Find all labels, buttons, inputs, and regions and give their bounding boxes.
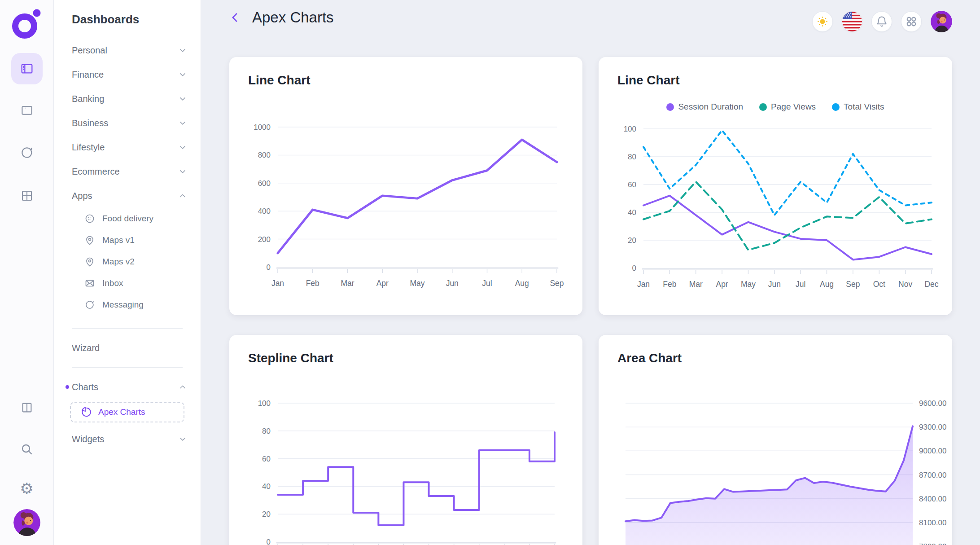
columns-icon [20, 401, 34, 414]
sidebar-item-wizard[interactable]: Wizard [54, 336, 201, 360]
back-button[interactable] [229, 11, 241, 24]
y-axis-label: 0 [632, 264, 636, 272]
page-header: Apex Charts [229, 9, 334, 26]
sidebar-item-ecommerce[interactable]: Ecommerce [54, 159, 201, 184]
x-axis-label: Jan [271, 279, 284, 288]
sidebar-item-finance[interactable]: Finance [54, 62, 201, 87]
sidebar-subitem-label: Maps v2 [102, 257, 135, 267]
sidebar-item-label: Lifestyle [72, 142, 105, 153]
sidebar-item-banking[interactable]: Banking [54, 87, 201, 111]
notifications-button[interactable] [871, 11, 892, 32]
x-axis-label: Aug [515, 279, 529, 288]
y-axis-label: 100 [258, 399, 271, 408]
legend-item-page-views[interactable]: Page Views [759, 102, 816, 112]
active-section-dot [66, 385, 69, 389]
avatar-illustration-icon [931, 11, 952, 32]
sidebar-item-personal[interactable]: Personal [54, 38, 201, 62]
chevron-down-icon [178, 167, 187, 176]
sun-icon [816, 15, 829, 28]
sidebar-subitem-apex-charts[interactable]: Apex Charts [70, 402, 184, 422]
chevron-left-icon [229, 11, 241, 24]
y-axis-label: 60 [628, 180, 636, 189]
legend-item-total-visits[interactable]: Total Visits [832, 102, 884, 112]
sidebar-subitem-inbox[interactable]: Inbox [54, 272, 201, 294]
sidebar-item-label: Business [72, 118, 108, 128]
four-circles-icon [905, 15, 918, 28]
x-axis-label: Mar [689, 280, 703, 289]
x-axis-label: Dec [924, 280, 938, 289]
x-axis-label: Sep [846, 280, 860, 289]
sidebar-layout-icon [20, 62, 34, 76]
legend-marker-icon [759, 103, 767, 111]
area-chart-canvas: 7800.008100.008400.008700.009000.009300.… [599, 335, 952, 545]
series-line-series-0 [278, 432, 555, 525]
sidebar-subitem-label: Food delivery [102, 214, 153, 224]
chevron-down-icon [178, 435, 187, 444]
x-axis-label: Apr [376, 279, 389, 288]
sidebar-subitem-maps-v1[interactable]: Maps v1 [54, 229, 201, 251]
chevron-down-icon [178, 119, 187, 127]
x-axis-label: Jun [446, 279, 459, 288]
legend-label: Page Views [771, 102, 816, 112]
chart-card-area: Area Chart 7800.008100.008400.008700.009… [599, 335, 952, 545]
apps-grid-button[interactable] [901, 11, 922, 32]
x-axis-label: Jan [637, 280, 650, 289]
rail-item-settings[interactable]: ⚙ [17, 479, 37, 498]
y-axis-label: 20 [628, 236, 636, 245]
rail-item-grid[interactable] [17, 186, 37, 206]
brand-logo[interactable] [10, 7, 44, 41]
y-axis-label: 80 [628, 153, 636, 161]
rail-item-search[interactable] [17, 440, 37, 459]
sidebar-item-label: Charts [72, 382, 98, 392]
theme-toggle-button[interactable] [812, 11, 833, 32]
rail-item-chat[interactable] [17, 143, 37, 163]
y-axis-label: 8400.00 [919, 495, 946, 503]
chart-card-stepline: Stepline Chart 020406080100 [229, 335, 582, 545]
sidebar-item-label: Wizard [72, 343, 100, 353]
rail-item-frontpages[interactable] [17, 101, 37, 120]
brand-ring-icon [10, 7, 44, 40]
line-chart-canvas: 02004006008001000JanFebMarAprMayJunJulAu… [229, 57, 582, 315]
envelope-icon [84, 278, 95, 289]
sidebar-subitem-maps-v2[interactable]: Maps v2 [54, 251, 201, 272]
sidebar-item-label: Widgets [72, 434, 104, 444]
y-axis-label: 0 [267, 263, 271, 272]
icon-rail: ⚙ [0, 0, 54, 545]
y-axis-label: 9600.00 [919, 399, 946, 408]
profile-avatar[interactable] [931, 11, 952, 32]
chart-card-line: Line Chart 02004006008001000JanFebMarApr… [229, 57, 582, 315]
sidebar-subitem-messaging[interactable]: Messaging [54, 294, 201, 316]
y-axis-label: 600 [258, 179, 271, 188]
sidebar-item-label: Apps [72, 191, 92, 201]
x-axis-label: Nov [898, 280, 912, 289]
y-axis-label: 1000 [254, 123, 271, 132]
cookie-icon [84, 213, 95, 224]
chat-bubble-icon [20, 145, 34, 160]
browser-window-icon [20, 104, 34, 117]
x-axis-label: Feb [663, 280, 676, 289]
language-button[interactable] [842, 11, 862, 32]
series-line-total-visits [643, 130, 932, 215]
chart-card-multi-line: Line Chart 020406080100JanFebMarAprMayJu… [599, 57, 952, 315]
sidebar-item-business[interactable]: Business [54, 111, 201, 135]
area-fill [626, 426, 913, 545]
x-axis-label: May [410, 279, 424, 288]
user-avatar[interactable] [13, 509, 40, 536]
rail-item-dashboards[interactable] [11, 53, 43, 84]
sidebar-item-label: Ecommerce [72, 167, 120, 177]
sidebar-item-widgets[interactable]: Widgets [54, 427, 201, 451]
legend-item-session-duration[interactable]: Session Duration [666, 102, 743, 112]
rail-item-columns[interactable] [17, 398, 37, 418]
chart-legend: Session DurationPage ViewsTotal Visits [599, 102, 952, 112]
y-axis-label: 60 [262, 455, 271, 463]
us-flag-icon [842, 11, 862, 32]
multi-line-chart: 020406080100JanFebMarAprMayJunJulAugSepO… [599, 57, 952, 315]
sidebar-subitem-food-delivery[interactable]: Food delivery [54, 208, 201, 229]
sidebar-subitem-label: Apex Charts [98, 407, 145, 417]
sidebar-subitem-label: Maps v1 [102, 235, 135, 245]
sidebar-item-lifestyle[interactable]: Lifestyle [54, 135, 201, 159]
sidebar-item-apps[interactable]: Apps [54, 184, 201, 208]
sidebar-item-charts[interactable]: Charts [54, 375, 201, 399]
chevron-down-icon [178, 70, 187, 79]
gear-icon: ⚙ [20, 481, 33, 496]
